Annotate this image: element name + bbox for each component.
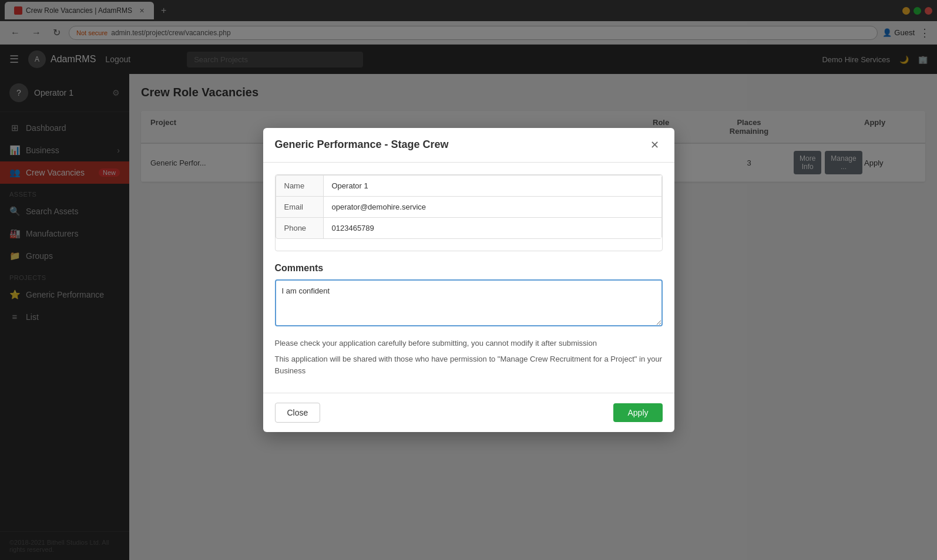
phone-field-row: Phone 0123465789 <box>276 217 662 239</box>
name-field-row: Name Operator 1 <box>276 175 662 197</box>
apply-button[interactable]: Apply <box>613 403 662 422</box>
email-value: operator@demohire.service <box>323 197 661 217</box>
modal-title: Generic Performance - Stage Crew <box>275 139 449 151</box>
modal-footer: Close Apply <box>263 393 674 432</box>
modal-close-icon[interactable]: ✕ <box>647 137 663 153</box>
close-button[interactable]: Close <box>275 403 321 423</box>
modal-body: Name Operator 1 Email operator@demohire.… <box>263 163 674 393</box>
modal-overlay[interactable]: Generic Performance - Stage Crew ✕ Name … <box>0 0 937 560</box>
application-modal: Generic Performance - Stage Crew ✕ Name … <box>263 128 674 433</box>
notice-1: Please check your application carefully … <box>275 338 663 349</box>
name-value: Operator 1 <box>323 176 661 196</box>
phone-value: 0123465789 <box>323 218 661 238</box>
email-field-row: Email operator@demohire.service <box>276 196 662 218</box>
name-label: Name <box>276 176 323 196</box>
modal-header: Generic Performance - Stage Crew ✕ <box>263 128 674 163</box>
email-label: Email <box>276 197 323 217</box>
phone-label: Phone <box>276 218 323 238</box>
notice-2: This application will be shared with tho… <box>275 353 663 376</box>
modal-notice: Please check your application carefully … <box>275 338 663 377</box>
fields-container: Name Operator 1 Email operator@demohire.… <box>275 174 663 251</box>
comments-label: Comments <box>275 263 663 274</box>
comments-textarea[interactable]: I am confident <box>275 279 663 326</box>
